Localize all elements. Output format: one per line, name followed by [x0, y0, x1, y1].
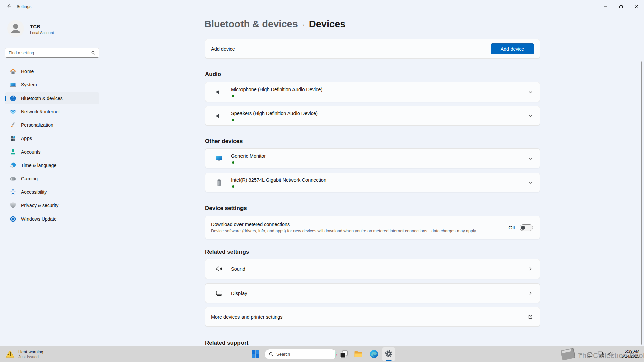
file-explorer-button[interactable] [354, 351, 363, 359]
related-link-display[interactable]: Display [205, 283, 540, 303]
section-title-other-devices: Other devices [205, 138, 243, 145]
search-icon [91, 51, 96, 55]
close-button[interactable] [629, 0, 644, 13]
taskbar: Heat warning Just issued The Co [0, 346, 644, 362]
device-row-generic-monitor[interactable]: Generic Monitor [205, 148, 540, 168]
clock-date: 6/14/2025 [622, 354, 639, 359]
settings-search-box[interactable] [5, 48, 99, 58]
section-title-related-settings: Related settings [205, 249, 249, 255]
sound-icon [215, 265, 223, 273]
add-device-label: Add device [211, 46, 235, 52]
accounts-icon [10, 148, 16, 155]
speaker-icon [215, 112, 223, 120]
titlebar: Settings [0, 0, 644, 13]
watermark-book-icon [558, 346, 578, 362]
search-highlight-image[interactable] [335, 349, 337, 359]
apps-icon [10, 135, 16, 142]
taskbar-notification[interactable]: Heat warning Just issued [5, 350, 43, 359]
back-arrow-icon [7, 4, 12, 10]
tray-network-icon[interactable] [598, 351, 605, 357]
task-view-button[interactable] [340, 350, 348, 360]
toggle-state-label: Off [509, 225, 515, 230]
notification-title: Heat warning [18, 350, 43, 354]
chevron-down-icon[interactable] [528, 156, 533, 161]
tray-onedrive-cloud-icon[interactable] [586, 352, 594, 357]
breadcrumb-parent[interactable]: Bluetooth & devices [204, 19, 298, 30]
tray-volume-icon[interactable] [608, 352, 615, 357]
breadcrumb: Bluetooth & devices › Devices [204, 19, 345, 30]
sidebar-item-time-language[interactable]: Time & language [5, 159, 99, 171]
sidebar-item-bluetooth-devices[interactable]: Bluetooth & devices [5, 92, 99, 104]
gear-icon [385, 350, 393, 359]
display-icon [215, 289, 223, 297]
notification-subtitle: Just issued [18, 355, 43, 359]
status-dot-connected [232, 185, 234, 188]
sidebar-item-apps[interactable]: Apps [5, 132, 99, 144]
window-title: Settings [17, 4, 31, 9]
start-button[interactable] [252, 350, 260, 359]
related-link-more-devices-printers[interactable]: More devices and printer settings [205, 307, 540, 327]
time-language-icon [10, 162, 16, 169]
edge-browser-button[interactable] [370, 350, 378, 360]
sidebar-item-accessibility[interactable]: Accessibility [5, 186, 99, 198]
taskbar-clock[interactable]: 5:39 AM 6/14/2025 [622, 349, 639, 359]
account-info[interactable]: TCB Local Account [7, 20, 54, 38]
add-device-button[interactable]: Add device [491, 43, 534, 54]
page-title: Devices [309, 19, 346, 30]
windows-logo-icon [252, 350, 260, 359]
back-button[interactable] [4, 2, 14, 11]
gaming-icon [10, 175, 16, 182]
sidebar-item-accounts[interactable]: Accounts [5, 146, 99, 158]
monitor-icon [215, 155, 223, 162]
taskbar-search-input[interactable] [276, 352, 335, 357]
task-view-icon [340, 350, 348, 360]
sidebar-nav: Home System Bluetooth & devices Network … [5, 65, 99, 225]
settings-app-button[interactable] [382, 347, 395, 361]
speaker-icon [215, 88, 223, 96]
tray-chevron-up-icon[interactable] [579, 352, 583, 356]
chevron-down-icon[interactable] [528, 113, 533, 118]
related-link-sound[interactable]: Sound [205, 259, 540, 279]
toggle-knob [521, 226, 525, 230]
settings-search-input[interactable] [5, 51, 91, 55]
chevron-down-icon[interactable] [528, 89, 533, 95]
system-icon [10, 81, 16, 88]
sidebar-item-network-internet[interactable]: Network & internet [5, 106, 99, 118]
pc-tower-icon [215, 179, 223, 186]
restore-button[interactable] [613, 0, 629, 13]
search-icon [269, 352, 274, 357]
device-row-microphone[interactable]: Microphone (High Definition Audio Device… [205, 82, 540, 102]
device-row-network-adapter[interactable]: Intel(R) 82574L Gigabit Network Connecti… [205, 173, 540, 192]
minimize-button[interactable] [598, 0, 613, 13]
metered-description: Device software (drivers, info, and apps… [211, 229, 476, 233]
sidebar-item-privacy-security[interactable]: Privacy & security [5, 199, 99, 212]
bluetooth-icon [10, 95, 16, 102]
status-dot-connected [232, 119, 234, 121]
sidebar-item-windows-update[interactable]: Windows Update [5, 213, 99, 225]
home-icon [10, 68, 16, 75]
section-title-related-support: Related support [205, 340, 248, 346]
sidebar-item-personalization[interactable]: Personalization [5, 119, 99, 131]
section-title-audio: Audio [205, 71, 221, 78]
status-dot-connected [232, 161, 234, 164]
add-device-card: Add device Add device [205, 39, 540, 59]
edge-icon [370, 350, 378, 360]
section-title-device-settings: Device settings [205, 205, 247, 212]
settings-window: Settings TCB Local Account Home System [0, 0, 644, 362]
sidebar-item-gaming[interactable]: Gaming [5, 173, 99, 185]
accessibility-icon [10, 189, 16, 195]
external-link-icon [528, 314, 533, 320]
privacy-security-icon [10, 202, 16, 209]
sidebar-item-system[interactable]: System [5, 79, 99, 91]
metered-toggle[interactable] [520, 224, 533, 231]
folder-icon [354, 351, 363, 359]
taskbar-search-box[interactable] [264, 349, 337, 359]
device-row-speakers[interactable]: Speakers (High Definition Audio Device) [205, 106, 540, 126]
metered-connections-card: Download over metered connections Device… [205, 216, 540, 239]
sidebar-item-home[interactable]: Home [5, 65, 99, 77]
chevron-down-icon[interactable] [528, 180, 533, 185]
scrollbar[interactable] [641, 61, 642, 345]
windows-update-icon [10, 216, 16, 222]
breadcrumb-separator-icon: › [303, 22, 304, 28]
account-name: TCB [30, 24, 54, 29]
